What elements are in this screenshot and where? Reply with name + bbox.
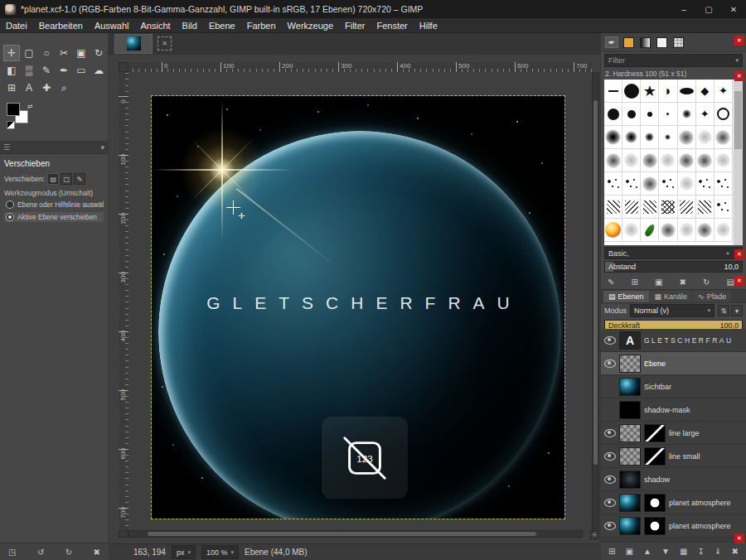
brush-item[interactable] [696,219,715,242]
dock-close-button[interactable] [734,36,744,46]
zoom-tool-button[interactable]: ⌕ [56,80,72,96]
delete-icon[interactable]: ✖ [94,548,100,557]
brush-item[interactable] [696,80,715,103]
dock-menu-icon[interactable]: ▾ [100,143,104,152]
menu-item[interactable]: Fenster [371,18,413,33]
brush-item[interactable] [641,149,659,172]
crop-tool-button[interactable]: ▣ [73,45,90,61]
brush-scrollbar[interactable] [734,80,743,245]
delete-brush-icon[interactable]: ✖ [680,278,686,287]
brush-item[interactable] [604,126,622,149]
brush-item[interactable] [604,149,622,172]
image-canvas[interactable]: GLETSCHERFRAU ✛ 123 [152,96,564,519]
brush-item[interactable] [715,126,733,149]
merge-layer-icon[interactable]: ⇓ [715,547,721,556]
bucket-fill-tool-button[interactable]: ◧ [3,62,20,79]
canvas-viewport[interactable]: GLETSCHERFRAU ✛ 123 [128,72,592,530]
open-brush-icon[interactable]: ▤ [726,278,734,287]
layer-row[interactable]: Sichtbar [601,375,746,398]
move-layer-mode-button[interactable]: ▤ [47,173,59,185]
layer-row[interactable]: shadow [601,468,746,491]
navigation-button[interactable]: ✛ [590,530,599,539]
raise-layer-icon[interactable]: ▲ [643,547,652,556]
paintbrush-tool-button[interactable]: ✒ [56,62,72,79]
brush-item[interactable] [696,196,715,219]
layer-row[interactable]: planet atmosphere [601,514,746,538]
move-path-mode-button[interactable]: ✎ [74,173,85,185]
tab-channels[interactable]: ▦ Kanäle [650,291,693,302]
gradient-tool-button[interactable]: ▒ [21,62,37,79]
redo-icon[interactable]: ↻ [65,548,72,557]
brush-item[interactable] [622,103,641,126]
quick-mask-toggle[interactable] [119,530,128,538]
free-select-tool-button[interactable]: ✂ [56,45,72,61]
tab-paths[interactable]: ∿ Pfade [693,291,731,302]
tool-options-tab-icon[interactable]: ☰ [3,143,10,152]
duplicate-layer-icon[interactable]: ▦ [680,547,687,556]
brush-item[interactable] [641,103,659,126]
brush-item[interactable] [715,103,733,126]
brush-filter-input[interactable]: Filter ▾ [604,54,743,67]
brush-item[interactable] [715,219,733,242]
brush-item[interactable] [659,80,677,103]
brush-item[interactable] [696,149,715,172]
new-group-icon[interactable]: ▣ [625,547,632,556]
lower-layer-icon[interactable]: ▼ [661,547,670,556]
brush-item[interactable] [696,172,715,196]
brush-item[interactable] [622,196,641,219]
airbrush-tool-button[interactable]: ☁ [90,62,107,79]
gradients-tab[interactable] [638,36,652,48]
pencil-tool-button[interactable]: ✎ [38,62,55,79]
tab-placeholder-icon[interactable]: ✕ [157,36,172,51]
new-layer-icon[interactable]: ⊞ [608,547,615,556]
layer-visibility-toggle[interactable] [604,360,616,368]
brush-item[interactable] [622,219,641,242]
new-brush-icon[interactable]: ⊞ [631,278,637,287]
mode-switch-button[interactable]: ⇅ [718,305,729,316]
brush-item[interactable] [641,172,659,196]
foreground-color-swatch[interactable] [7,103,20,116]
move-selection-mode-button[interactable]: ▢ [61,173,72,185]
brush-item[interactable] [641,80,659,103]
move-tool-button[interactable]: ✛ [3,45,20,61]
fonts-tab[interactable] [671,36,685,48]
brush-item[interactable] [696,103,715,126]
menu-item[interactable]: Ebene [203,18,241,33]
brush-spacing-slider[interactable]: Abstand 10,0 [604,261,743,273]
layer-row[interactable]: GLETSCHERFRAU [601,329,746,352]
brush-item[interactable] [604,80,622,103]
brush-item[interactable] [659,219,677,242]
brush-item[interactable] [659,172,677,196]
brush-item[interactable] [659,103,677,126]
menu-item[interactable]: Ansicht [134,18,176,33]
menu-item[interactable]: Farben [241,18,282,33]
brush-item[interactable] [604,196,622,219]
brush-item[interactable] [604,172,622,196]
brush-item[interactable] [678,126,696,149]
text-tool-button[interactable]: A [21,80,37,96]
brush-item[interactable] [715,149,733,172]
brush-item[interactable] [659,126,677,149]
radio-pick-layer-or-guide[interactable]: Ebene oder Hilfslinie auswählen [4,200,104,210]
brush-item[interactable] [641,126,659,149]
anchor-layer-icon[interactable]: ↧ [698,547,705,556]
brush-item[interactable] [622,149,641,172]
menu-item[interactable]: Hilfe [414,18,443,33]
layer-visibility-toggle[interactable] [604,429,616,437]
minimize-button[interactable]: – [671,0,696,18]
layer-visibility-toggle[interactable] [604,522,616,530]
spin-up-icon[interactable]: ▲ [725,251,730,255]
brush-item[interactable] [678,149,696,172]
heal-tool-button[interactable]: ✚ [38,80,55,96]
unit-select[interactable]: px▾ [172,545,196,559]
menu-item[interactable]: Filter [339,18,371,33]
menu-item[interactable]: Bild [177,18,203,33]
horizontal-scrollbar[interactable] [128,530,583,538]
brush-item[interactable] [622,80,641,103]
brush-item[interactable] [641,196,659,219]
menu-item[interactable]: Auswahl [89,18,135,33]
layer-visibility-toggle[interactable] [604,452,616,461]
brush-item[interactable] [659,149,677,172]
default-colors-icon[interactable] [7,121,15,129]
layer-row[interactable]: line large [601,422,746,445]
